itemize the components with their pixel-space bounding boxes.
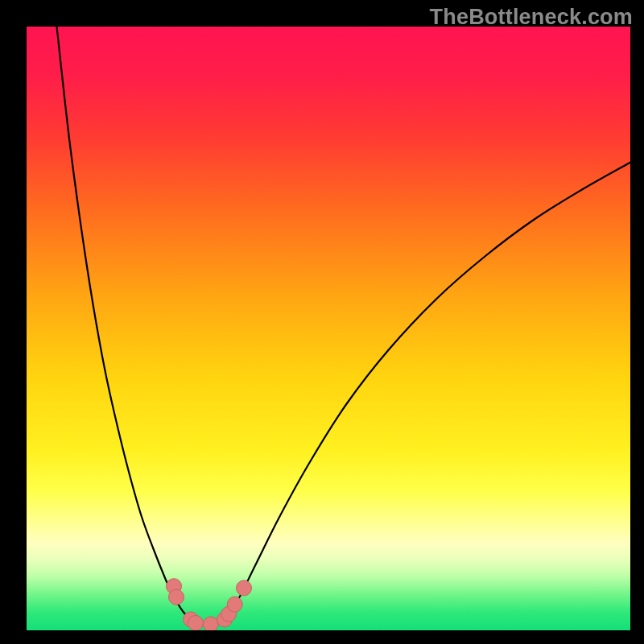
data-marker — [188, 616, 204, 631]
data-marker — [227, 597, 242, 612]
data-marker — [237, 580, 252, 596]
chart-frame: TheBottleneck.com — [0, 0, 644, 644]
data-marker — [203, 617, 218, 630]
watermark-text: TheBottleneck.com — [430, 5, 633, 30]
gradient-background — [27, 27, 630, 630]
plot-area — [27, 27, 630, 630]
data-marker — [169, 589, 184, 605]
chart-svg — [27, 27, 630, 630]
